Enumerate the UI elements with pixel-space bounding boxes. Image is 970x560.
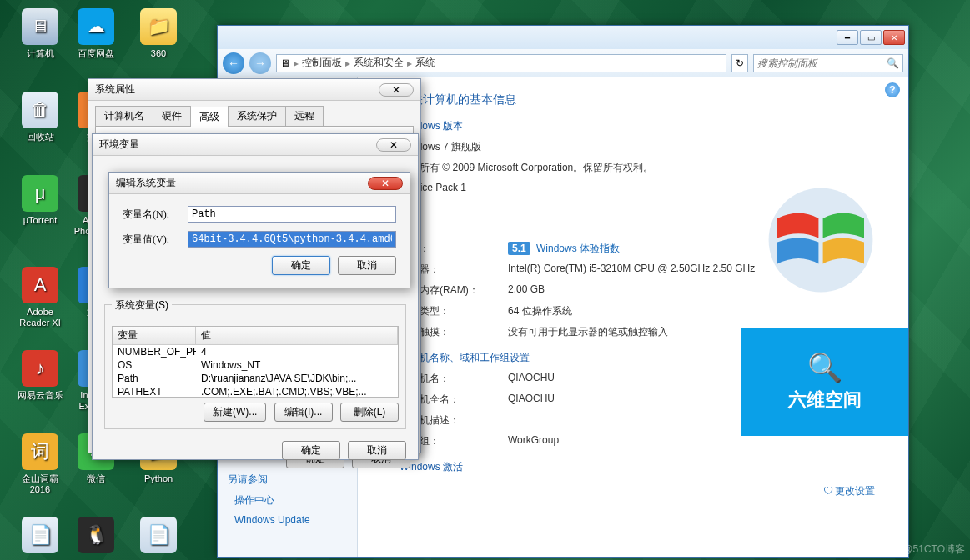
delete-button[interactable]: 删除(L): [340, 402, 399, 422]
table-row[interactable]: PathD:\ruanjiananz\JAVA SE\JDK\bin;...: [113, 372, 398, 385]
breadcrumb-seg[interactable]: 系统和安全: [354, 56, 404, 70]
desktop-icon[interactable]: 📄: [133, 517, 183, 557]
search-icon: 🔍: [887, 58, 899, 69]
icon-label: 百度网盘: [71, 48, 121, 59]
desktop-icon[interactable]: 🐧: [71, 517, 121, 557]
desktop-icon[interactable]: ☁百度网盘: [71, 8, 121, 59]
app-icon: 📄: [140, 517, 177, 553]
cell-name: PATHEXT: [113, 386, 196, 398]
ok-button[interactable]: 确定: [272, 256, 330, 275]
system-variables-group: 系统变量(S) 变量 值 NUMBER_OF_PR..4OSWindows_NT…: [104, 304, 406, 429]
dialog-title: 编辑系统变量: [116, 176, 176, 190]
variable-name-label: 变量名(N):: [123, 208, 188, 222]
address-bar[interactable]: 🖥 ▸ 控制面板 ▸ 系统和安全 ▸ 系统: [276, 54, 726, 72]
col-value: 值: [196, 327, 398, 344]
new-button[interactable]: 新建(W)...: [204, 402, 266, 422]
sidebar-item-windows-update[interactable]: Windows Update: [218, 511, 357, 529]
ok-button[interactable]: 确定: [282, 441, 340, 460]
rating-link[interactable]: Windows 体验指数: [536, 242, 620, 254]
app-icon: 🐧: [78, 517, 114, 553]
navbar: ← → 🖥 ▸ 控制面板 ▸ 系统和安全 ▸ 系统 ↻ 🔍: [218, 49, 908, 78]
section-edition: Windows 版本: [400, 119, 892, 133]
cell-name: Path: [113, 372, 196, 384]
desktop-icon[interactable]: 🖥计算机: [15, 8, 65, 59]
icon-label: μTorrent: [15, 215, 65, 226]
tab-远程[interactable]: 远程: [285, 106, 324, 126]
cell-value: .COM;.EXE;.BAT;.CMD;.VBS;.VBE;...: [196, 386, 398, 398]
edit-button[interactable]: 编辑(I)...: [274, 402, 333, 422]
sidebar-item-action-center[interactable]: 操作中心: [218, 490, 357, 511]
close-icon[interactable]: ✕: [376, 138, 411, 152]
variable-name-input[interactable]: [188, 206, 396, 222]
help-icon[interactable]: ?: [885, 82, 900, 98]
info-row: 系统类型：64 位操作系统: [400, 304, 892, 318]
app-icon: μ: [22, 175, 58, 212]
search-input[interactable]: [757, 58, 887, 69]
liuwei-banner[interactable]: 🔍 六维空间: [741, 328, 908, 436]
content-pane: ? 有关计算机的基本信息 Windows 版本 Windows 7 旗舰版 版权…: [358, 78, 908, 558]
tab-计算机名[interactable]: 计算机名: [95, 106, 153, 126]
group-legend: 系统变量(S): [112, 298, 172, 312]
cell-name: OS: [113, 359, 196, 371]
desktop-icon[interactable]: 📁360: [133, 8, 183, 59]
icon-label: 计算机: [15, 48, 65, 59]
close-button[interactable]: ✕: [883, 30, 905, 45]
variable-value-input[interactable]: [188, 231, 396, 248]
forward-button[interactable]: →: [249, 52, 271, 74]
change-settings-link[interactable]: 更改设置: [823, 484, 875, 498]
info-value: 64 位操作系统: [508, 304, 892, 318]
dialog-title: 系统属性: [95, 82, 135, 97]
icon-label: Adobe Reader XI: [15, 307, 65, 328]
liuwei-text: 六维空间: [788, 388, 862, 412]
tab-系统保护[interactable]: 系统保护: [228, 106, 286, 126]
edition-copyright: 版权所有 © 2009 Microsoft Corporation。保留所有权利…: [400, 161, 892, 175]
desktop-icon[interactable]: 词金山词霸 2016: [15, 433, 65, 495]
tab-高级[interactable]: 高级: [190, 107, 229, 127]
icon-label: 360: [133, 48, 183, 59]
desktop-icon[interactable]: μμTorrent: [15, 175, 65, 226]
refresh-button[interactable]: ↻: [731, 54, 748, 72]
desktop-icon[interactable]: 🗑回收站: [15, 92, 65, 142]
app-icon: 🗑: [22, 92, 58, 128]
cell-value: Windows_NT: [196, 359, 398, 371]
back-button[interactable]: ←: [223, 52, 244, 74]
search-box[interactable]: 🔍: [753, 54, 903, 72]
minimize-button[interactable]: ━: [837, 30, 858, 45]
col-variable: 变量: [113, 327, 196, 344]
info-value: WorkGroup: [508, 434, 892, 448]
page-heading: 有关计算机的基本信息: [400, 92, 892, 108]
variable-value-label: 变量值(V):: [123, 232, 188, 247]
watermark: http://blog.csdn.n @51CTO博客: [824, 542, 965, 557]
system-variables-table[interactable]: 变量 值 NUMBER_OF_PR..4OSWindows_NTPathD:\r…: [112, 326, 399, 398]
close-icon[interactable]: ✕: [368, 177, 403, 190]
computer-icon: 🖥: [280, 58, 290, 69]
table-row[interactable]: PATHEXT.COM;.EXE;.BAT;.CMD;.VBS;.VBE;...: [113, 385, 398, 398]
icon-label: 金山词霸 2016: [15, 473, 65, 495]
app-icon: A: [22, 267, 58, 303]
app-icon: 📄: [22, 517, 58, 553]
app-icon: ♪: [22, 350, 58, 387]
app-icon: ☁: [78, 8, 114, 45]
maximize-button[interactable]: ▭: [860, 30, 882, 45]
tab-硬件[interactable]: 硬件: [153, 106, 191, 126]
section-activation: Windows 激活: [400, 460, 892, 474]
cell-value: 4: [196, 346, 398, 358]
app-icon: 词: [22, 433, 58, 470]
close-icon[interactable]: ✕: [379, 83, 414, 97]
dialog-title: 环境变量: [99, 138, 139, 152]
edition-name: Windows 7 旗舰版: [400, 140, 892, 154]
desktop-icon[interactable]: AAdobe Reader XI: [15, 267, 65, 328]
table-row[interactable]: OSWindows_NT: [113, 358, 398, 372]
icon-label: 回收站: [15, 132, 65, 142]
cancel-button[interactable]: 取消: [348, 441, 406, 460]
app-icon: 📁: [140, 8, 177, 45]
table-row[interactable]: NUMBER_OF_PR..4: [113, 345, 398, 358]
icon-label: 网易云音乐: [15, 390, 65, 401]
desktop-icon[interactable]: 📄: [15, 517, 65, 557]
cancel-button[interactable]: 取消: [338, 256, 396, 275]
windows-logo-icon: [766, 186, 875, 294]
breadcrumb-seg[interactable]: 系统: [415, 56, 435, 70]
app-icon: 🖥: [22, 8, 58, 45]
desktop-icon[interactable]: ♪网易云音乐: [15, 350, 65, 401]
breadcrumb-seg[interactable]: 控制面板: [302, 56, 342, 70]
